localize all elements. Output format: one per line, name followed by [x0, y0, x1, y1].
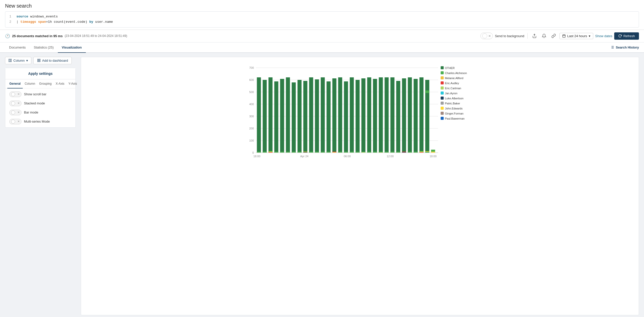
svg-text:Eric.Audley: Eric.Audley: [445, 82, 459, 85]
toggle-x-icon: ✕: [17, 120, 20, 123]
svg-rect-11: [9, 59, 10, 62]
stab-grouping[interactable]: Grouping: [37, 79, 54, 88]
show-scroll-bar-toggle[interactable]: ✕: [9, 92, 21, 97]
toggle-off-circle: [11, 120, 15, 124]
code-editor[interactable]: 1 source windows_events 2 | timeaggs spa…: [5, 11, 639, 28]
code-line-2-content: | timeaggs span=1h count(event.code) by …: [16, 19, 113, 25]
svg-rect-46: [286, 152, 290, 153]
chart-svg: 700 600 500 400 300 200 100 0: [85, 61, 635, 170]
svg-rect-51: [303, 81, 307, 153]
svg-rect-15: [38, 61, 39, 62]
svg-text:Charles.Atcheson: Charles.Atcheson: [445, 72, 467, 75]
svg-rect-50: [298, 152, 302, 153]
svg-rect-67: [344, 81, 348, 153]
svg-rect-63: [332, 152, 337, 152]
svg-text:200: 200: [249, 127, 254, 130]
line-num-2: 2: [9, 19, 13, 25]
add-dashboard-label: Add to dashboard: [42, 59, 68, 62]
svg-rect-102: [425, 151, 429, 152]
svg-rect-37: [269, 77, 273, 153]
code-keyword-source: source windows_events: [16, 14, 58, 19]
search-history-label: Search History: [616, 46, 639, 49]
clock-icon: 🕐: [5, 34, 10, 38]
svg-rect-54: [309, 77, 313, 153]
toggle-x-icon: ✕: [17, 102, 20, 105]
left-panel: Column ▾ Add to dashboard Apply settings…: [5, 57, 76, 315]
toggle-x-icon: ✕: [17, 111, 20, 114]
svg-rect-43: [280, 79, 284, 153]
bar-mode-toggle[interactable]: ✕: [9, 110, 21, 115]
svg-rect-112: [441, 66, 444, 69]
send-to-background-toggle[interactable]: ✕: [480, 33, 493, 39]
time-selector[interactable]: Last 24 hours ▾: [559, 33, 593, 39]
multi-series-mode-toggle[interactable]: ✕: [9, 119, 21, 124]
refresh-button[interactable]: Refresh: [614, 32, 639, 40]
svg-rect-90: [402, 152, 406, 152]
settings-tabs: General Column Grouping X-Axis Y-Axis Le…: [5, 79, 75, 88]
svg-rect-12: [10, 59, 11, 62]
column-label: Column: [13, 59, 25, 62]
svg-rect-87: [396, 81, 400, 153]
page-container: New search 1 source windows_events 2 | t…: [0, 0, 644, 317]
svg-text:Melanie.Allford: Melanie.Allford: [445, 77, 463, 80]
search-bar: 🕐 25 documents matched in 95 ms (23-04-2…: [0, 30, 644, 42]
toggle-off-circle: [11, 101, 15, 105]
notification-icon[interactable]: [540, 33, 548, 39]
svg-rect-57: [315, 152, 319, 153]
svg-text:100: 100: [249, 139, 254, 142]
svg-text:Patric.Baker: Patric.Baker: [445, 102, 460, 105]
svg-rect-14: [39, 59, 40, 60]
show-scroll-bar-row: ✕ Show scroll bar: [9, 92, 71, 97]
code-line-2: 2 | timeaggs span=1h count(event.code) b…: [9, 19, 635, 25]
settings-panel: Apply settings General Column Grouping X…: [5, 68, 76, 128]
tabs: Documents Statistics (25) Visualization: [5, 42, 86, 52]
svg-rect-114: [441, 71, 444, 74]
svg-rect-80: [379, 77, 383, 153]
svg-rect-65: [338, 77, 342, 153]
top-bar: New search 1 source windows_events 2 | t…: [0, 0, 644, 30]
tab-visualization[interactable]: Visualization: [58, 42, 86, 53]
svg-rect-62: [332, 78, 337, 153]
svg-rect-60: [327, 81, 331, 153]
stab-xaxis[interactable]: X-Axis: [54, 79, 66, 88]
svg-rect-49: [298, 80, 302, 153]
svg-rect-81: [379, 152, 383, 152]
svg-rect-58: [321, 77, 325, 153]
svg-rect-126: [441, 102, 444, 105]
tab-documents[interactable]: Documents: [5, 42, 30, 53]
svg-rect-122: [441, 92, 444, 95]
right-panel: 700 600 500 400 300 200 100 0: [81, 57, 639, 315]
svg-text:Apr 24: Apr 24: [300, 155, 308, 158]
svg-text:Paul.Bawerman: Paul.Bawerman: [445, 117, 465, 120]
share-icon[interactable]: [531, 33, 538, 39]
search-history-button[interactable]: Search History: [610, 45, 639, 49]
add-dashboard-button[interactable]: Add to dashboard: [33, 57, 72, 64]
stab-general[interactable]: General: [7, 79, 23, 88]
svg-rect-130: [441, 112, 444, 115]
column-button[interactable]: Column ▾: [5, 57, 31, 64]
svg-rect-33: [257, 77, 261, 153]
svg-rect-47: [292, 82, 296, 153]
link-icon[interactable]: [550, 33, 557, 39]
svg-rect-74: [362, 152, 366, 152]
tabs-bar: Documents Statistics (25) Visualization …: [0, 42, 644, 53]
apply-settings-button[interactable]: Apply settings: [5, 68, 75, 79]
send-to-background-label: Send to background: [495, 34, 524, 38]
code-line-1: 1 source windows_events: [9, 14, 635, 19]
svg-text:John.Edwards: John.Edwards: [445, 107, 463, 110]
tab-statistics[interactable]: Statistics (25): [30, 42, 58, 53]
svg-rect-84: [385, 152, 389, 153]
svg-rect-44: [280, 152, 284, 153]
svg-rect-96: [420, 77, 424, 153]
svg-rect-83: [385, 77, 389, 153]
svg-rect-118: [441, 81, 444, 84]
stab-yaxis[interactable]: Y-Axis: [66, 79, 79, 88]
svg-rect-73: [362, 78, 366, 153]
column-chevron-icon: ▾: [26, 59, 28, 62]
stacked-mode-toggle[interactable]: ✕: [9, 101, 21, 106]
svg-rect-52: [303, 152, 307, 152]
stab-column[interactable]: Column: [23, 79, 37, 88]
svg-text:500: 500: [249, 90, 254, 94]
show-dates-button[interactable]: Show dates: [595, 34, 612, 38]
svg-text:12:00: 12:00: [387, 155, 394, 158]
